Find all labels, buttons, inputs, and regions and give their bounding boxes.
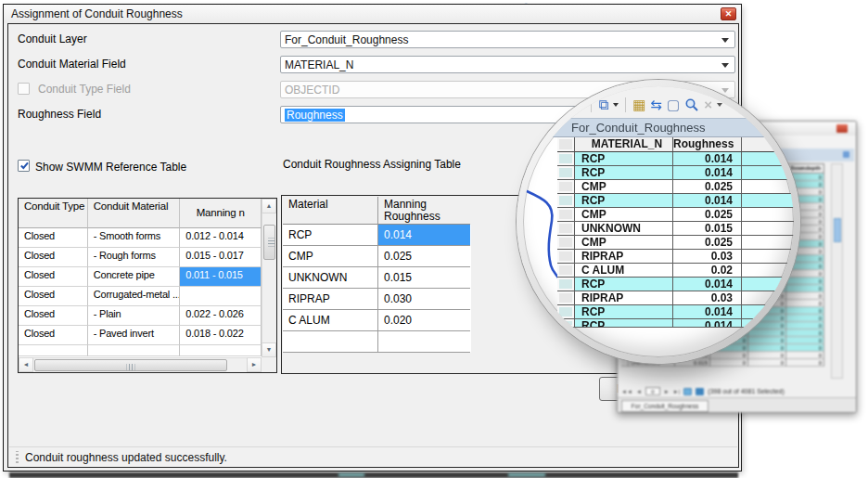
chevron-down-icon[interactable]	[721, 38, 729, 43]
next-record-icon[interactable]: ►	[664, 389, 670, 394]
cell[interactable]: 0	[786, 329, 824, 337]
reference-table-hscrollbar[interactable]: ◄ ►	[19, 357, 262, 372]
cell[interactable]: - Paved invert	[88, 326, 181, 345]
table-row[interactable]: Closed- Smooth forms0.012 - 0.014	[19, 228, 262, 248]
cell[interactable]: 0	[786, 307, 824, 315]
cell[interactable]: - Rough forms	[88, 248, 181, 267]
show-all-records-icon[interactable]	[683, 388, 692, 395]
cell[interactable]: 0	[710, 352, 748, 359]
scroll-right-icon[interactable]: ►	[247, 357, 262, 372]
cell[interactable]: 0	[786, 278, 824, 285]
cell[interactable]: 0.020	[378, 310, 470, 331]
table-row[interactable]: Closed- Paved invert0.018 - 0.022	[19, 326, 262, 345]
record-number-field[interactable]: 0	[645, 387, 660, 395]
cell: 0.014	[673, 194, 742, 208]
show-swmm-reference-checkbox[interactable]	[18, 160, 30, 172]
cell: 0.025	[673, 180, 742, 194]
cell[interactable]: 0	[786, 315, 824, 322]
cell[interactable]: 0.015	[378, 267, 470, 289]
cell[interactable]: 0.012 - 0.014	[180, 228, 262, 248]
scroll-down-icon[interactable]: ▼	[262, 342, 276, 357]
material-field-combobox[interactable]: MATERIAL_N	[280, 56, 735, 73]
table-row[interactable]: Closed- Plain0.022 - 0.026	[19, 306, 262, 326]
conduit-layer-combobox[interactable]: For_Conduit_Roughness	[280, 31, 735, 48]
cell[interactable]: 0.018 - 0.022	[180, 326, 262, 345]
cell[interactable]	[283, 331, 378, 353]
cell[interactable]: 0	[748, 359, 786, 367]
cell[interactable]: 0.011 - 0.015	[180, 267, 262, 287]
cell[interactable]: 0	[786, 285, 824, 292]
dialog-titlebar[interactable]: Assignment of Conduit Roughness ✕	[4, 5, 741, 23]
first-record-icon[interactable]: ◄◄	[621, 389, 632, 394]
vscroll-thumb[interactable]	[263, 225, 275, 260]
cell	[742, 250, 794, 264]
cell[interactable]: 0.015 - 0.017	[180, 248, 262, 267]
cell[interactable]: 0	[748, 344, 786, 352]
cell[interactable]: 0.030	[378, 289, 470, 310]
table-row[interactable]: ClosedCorrugated-metal ...	[19, 287, 262, 306]
window-close-icon[interactable]	[836, 124, 848, 133]
cell[interactable]: Closed	[19, 326, 88, 345]
pin-icon[interactable]	[843, 151, 849, 158]
window-bottom-tab[interactable]: For_Conduit_Roughness	[621, 400, 708, 412]
cell[interactable]: RCP	[283, 225, 378, 246]
cell[interactable]: 0	[786, 359, 824, 367]
table-row[interactable]: CMP0.025	[283, 246, 471, 267]
column-header[interactable]: Manning Roughness	[378, 197, 470, 225]
column-header[interactable]: Manning n	[180, 199, 262, 228]
close-button[interactable]: ✕	[721, 7, 736, 20]
cell[interactable]	[378, 331, 470, 353]
cell[interactable]: 0	[786, 337, 824, 344]
table-row[interactable]: RIPRAP0.030	[283, 289, 471, 310]
cell[interactable]: Closed	[19, 248, 88, 267]
cell[interactable]: - Smooth forms	[88, 228, 181, 248]
hscroll-thumb[interactable]	[34, 359, 227, 371]
column-header[interactable]: Conduit Type	[19, 199, 88, 228]
reference-table-vscrollbar[interactable]: ▲ ▼	[262, 199, 276, 357]
chevron-down-icon[interactable]	[721, 63, 729, 68]
table-row[interactable]: Closed- Rough forms0.015 - 0.017	[19, 248, 262, 267]
prev-record-icon[interactable]: ◄	[636, 389, 642, 394]
column-header[interactable]: Material	[283, 197, 378, 225]
cell[interactable]: 0	[748, 352, 786, 359]
cell[interactable]: 0	[748, 337, 786, 344]
table-row[interactable]: ClosedConcrete pipe0.011 - 0.015	[19, 267, 262, 287]
cell[interactable]: Closed	[19, 228, 88, 248]
cell[interactable]: Closed	[19, 287, 88, 306]
selection-count-text: (398 out of 4081 Selected)	[708, 388, 785, 394]
last-record-icon[interactable]: ►|	[673, 389, 681, 394]
window-vscrollbar[interactable]	[831, 163, 843, 379]
table-row[interactable]	[283, 331, 471, 353]
cell[interactable]: 0	[786, 352, 824, 359]
cell[interactable]: Concrete pipe	[88, 267, 181, 287]
scroll-up-icon[interactable]: ▲	[262, 199, 276, 213]
cell[interactable]: - Plain	[88, 306, 181, 326]
cell[interactable]: 0.014	[378, 225, 470, 246]
cell[interactable]: CMP	[283, 246, 378, 267]
cell[interactable]	[180, 287, 262, 306]
material-field-value: MATERIAL_N	[285, 58, 353, 71]
cell[interactable]: Corrugated-metal ...	[88, 287, 181, 306]
cell[interactable]: 0	[786, 300, 824, 307]
table-row[interactable]: C ALUM0.020	[283, 310, 471, 331]
cell[interactable]: 0	[748, 329, 786, 337]
cell[interactable]: Closed	[19, 306, 88, 326]
conduit-type-checkbox[interactable]	[18, 83, 30, 95]
cell[interactable]: 0	[786, 322, 824, 329]
scroll-left-icon[interactable]: ◄	[19, 357, 33, 372]
cell[interactable]: 0	[786, 292, 824, 300]
cell[interactable]: Closed	[19, 267, 88, 287]
show-selected-records-icon[interactable]	[696, 388, 704, 395]
cell[interactable]: 0	[786, 344, 824, 352]
cell[interactable]: UNKNOWN	[283, 267, 378, 289]
cell[interactable]: 0	[710, 359, 748, 367]
cell[interactable]: 0.025	[378, 246, 470, 267]
table-row[interactable]: RCP0.014	[283, 225, 471, 246]
cell[interactable]: 0	[786, 270, 824, 278]
cell[interactable]: RIPRAP	[283, 289, 378, 310]
cell[interactable]: C ALUM	[283, 310, 378, 331]
cell[interactable]: 0.022 - 0.026	[180, 306, 262, 326]
table-row[interactable]: UNKNOWN0.015	[283, 267, 471, 289]
column-header[interactable]: Conduit Material	[88, 199, 181, 228]
window-vscroll-thumb[interactable]	[834, 218, 841, 242]
